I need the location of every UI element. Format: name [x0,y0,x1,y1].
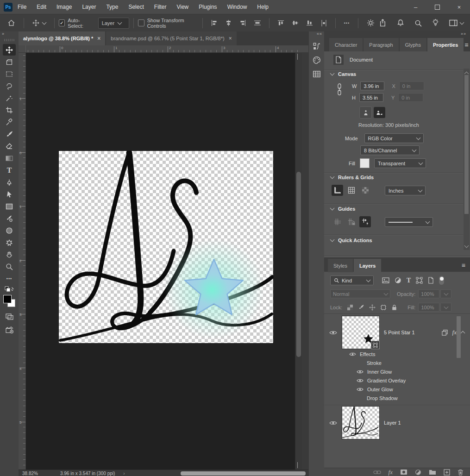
tab-close-icon[interactable]: × [229,35,232,42]
fx-badge[interactable]: fx [452,329,457,336]
horizontal-scrollbar-thumb[interactable] [181,471,306,476]
eyedropper-tool[interactable] [3,116,16,128]
layer-filter-toggle[interactable] [439,276,444,285]
lock-pixels-icon[interactable] [358,304,364,311]
effects-header-row[interactable]: Effects [348,351,375,357]
menu-plugins[interactable]: Plugins [194,0,222,14]
align-middle-icon[interactable] [254,20,261,26]
auto-select-target-dropdown[interactable]: Layer [98,18,130,29]
brush-tool[interactable] [3,128,16,140]
document-tab-active[interactable]: alynnlogo @ 38.8% (RGB/8) * × [19,31,105,45]
filter-smart-objects-icon[interactable] [428,277,434,284]
menu-edit[interactable]: Edit [31,0,51,14]
effect-row-outer-glow[interactable]: Outer Glow [356,387,393,392]
ellipse-tool[interactable] [3,225,16,236]
guides-section-header[interactable]: Guides [331,206,355,212]
add-layer-style-icon[interactable]: fx [389,469,393,476]
discover-lightbulb-icon[interactable] [432,19,439,27]
menu-window[interactable]: Window [222,0,252,14]
align-top-icon[interactable] [278,20,284,26]
canvas-viewport[interactable]: 1 0 1 2 3 4 5 [19,53,302,470]
workspace-settings-gear-icon[interactable] [367,19,375,27]
fill-dropdown[interactable]: Transparent [374,158,426,168]
visibility-eye-icon[interactable] [356,387,364,392]
guides-toggle-button[interactable] [332,216,343,227]
path-selection-tool[interactable] [3,188,16,200]
menu-type[interactable]: Type [101,0,123,14]
visibility-eye-icon[interactable] [356,378,364,383]
visibility-eye-icon[interactable] [356,370,364,374]
layer-thumbnail-monogram[interactable] [342,406,380,439]
collapse-effects-chevron[interactable] [461,331,465,336]
filter-adjustment-layers-icon[interactable] [395,277,401,284]
crop-tool[interactable] [3,104,16,116]
vertical-ruler[interactable]: 1 0 1 2 3 4 5 [19,53,26,470]
search-icon[interactable] [414,19,422,27]
tab-styles[interactable]: Styles [328,259,353,272]
vertical-scrollbar[interactable] [295,53,302,470]
type-tool[interactable]: T [3,164,16,176]
link-dimensions-icon[interactable] [337,83,342,95]
menu-filter[interactable]: Filter [149,0,172,14]
gradient-tool[interactable] [3,152,16,164]
move-tool-preset-icon[interactable] [32,19,46,26]
share-image-icon[interactable] [3,324,16,336]
vertical-scrollbar-thumb[interactable] [296,172,301,357]
edit-toolbar-ellipsis[interactable]: ••• [3,273,16,284]
add-layer-mask-icon[interactable] [400,469,407,475]
lock-position-icon[interactable] [369,304,376,311]
tab-properties[interactable]: Properties [427,38,464,51]
filter-shape-layers-icon[interactable] [416,277,423,284]
rulers-grids-section-header[interactable]: Rulers & Grids [331,175,374,180]
visibility-eye-icon[interactable] [324,420,342,426]
maximize-button[interactable] [426,0,448,14]
menu-view[interactable]: View [171,0,194,14]
tab-layers[interactable]: Layers [354,259,381,272]
panel-menu-icon[interactable]: ≡ [464,41,468,49]
menu-file[interactable]: File [13,0,31,14]
new-layer-icon[interactable] [444,469,450,476]
zoom-level-field[interactable]: 38.82% [22,471,38,476]
distribute-icon[interactable] [321,20,327,26]
layer-row-star[interactable]: 5 Point Star 1 fx [324,316,470,349]
horizontal-ruler[interactable]: 0 1 2 3 4 [19,45,308,53]
layer-thumbnail-star[interactable] [342,316,380,349]
align-center-h-icon[interactable] [226,20,232,26]
status-options-arrow[interactable]: › [123,471,125,476]
menu-layer[interactable]: Layer [77,0,101,14]
visibility-eye-icon[interactable] [348,352,357,357]
history-panel-icon[interactable] [311,41,322,52]
menu-image[interactable]: Image [51,0,77,14]
orientation-portrait-button[interactable] [359,106,372,119]
dock-expand-icon[interactable]: »» [324,31,470,38]
eraser-tool[interactable] [3,140,16,152]
close-button[interactable]: × [448,0,470,14]
menu-help[interactable]: Help [252,0,274,14]
layer-filter-kind-dropdown[interactable]: Kind [330,276,374,285]
custom-shape-tool[interactable] [3,237,16,248]
share-icon[interactable] [379,19,387,27]
toolbar-grip[interactable] [4,39,14,41]
canvas-height-field[interactable]: 3.55 in [359,93,383,102]
move-tool[interactable] [3,44,16,56]
rulers-toggle-button[interactable] [332,185,343,196]
more-options-button[interactable]: ••• [344,21,350,25]
color-mode-dropdown[interactable]: RGB Color [364,133,424,143]
layers-panel-menu-icon[interactable]: ≡ [462,262,465,269]
effect-row-stroke[interactable]: Stroke [367,360,382,366]
align-bottom-icon[interactable] [307,20,313,26]
ruler-units-dropdown[interactable]: Inches [385,186,426,195]
properties-scrollbar-thumb[interactable] [464,75,469,214]
swatches-panel-icon[interactable] [311,55,322,66]
info-grid-panel-icon[interactable] [311,69,322,80]
orientation-landscape-button[interactable] [374,107,385,118]
foreground-background-swatches[interactable] [3,295,15,307]
tab-close-icon[interactable]: × [97,35,100,42]
lasso-tool[interactable] [3,80,16,92]
layer-row-layer1[interactable]: Layer 1 [324,406,470,439]
document-tab-inactive[interactable]: brandname.psd @ 66.7% (5 Point Star 1, R… [106,31,236,45]
bit-depth-dropdown[interactable]: 8 Bits/Channel [360,145,420,155]
align-center-v-icon[interactable] [292,20,298,26]
canvas-section-header[interactable]: Canvas [331,71,356,77]
lock-all-icon[interactable] [391,304,397,311]
